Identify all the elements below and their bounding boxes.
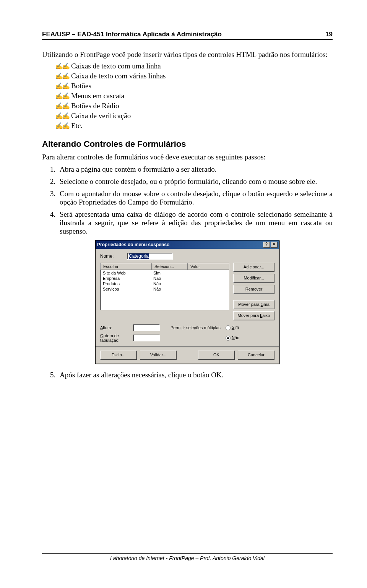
steps-list: Abra a página que contém o formulário a … — [42, 165, 333, 236]
section-heading: Alterando Controles de Formulários — [42, 139, 333, 149]
step-item: Selecione o controle desejado, ou o próp… — [57, 177, 333, 186]
taborder-label: Ordem detabulação: — [100, 333, 130, 343]
dialog-titlebar: Propriedades do menu suspenso ? × — [96, 240, 279, 249]
close-icon[interactable]: × — [271, 242, 278, 248]
step-item: Com o apontador do mouse sobre o control… — [57, 190, 333, 206]
taborder-input[interactable] — [133, 335, 160, 341]
page-footer: Laboratório de Internet - FrontPage – Pr… — [42, 553, 333, 561]
control-types-list: Caixas de texto com uma linha Caixa de t… — [42, 62, 333, 130]
list-row[interactable]: EmpresaNão — [101, 276, 229, 281]
help-icon[interactable]: ? — [263, 242, 270, 248]
properties-dialog: Propriedades do menu suspenso ? × Nome: … — [95, 240, 279, 364]
list-row[interactable]: ProdutosNão — [101, 281, 229, 286]
steps-list-cont: Após fazer as alterações necessárias, cl… — [42, 371, 333, 379]
cancel-button[interactable]: Cancelar — [238, 351, 274, 360]
list-item: Caixa de verificação — [55, 112, 333, 120]
list-header: Escolha Selecion... Valor — [101, 263, 229, 270]
list-item: Botões — [55, 82, 333, 90]
page-number: 19 — [325, 31, 333, 38]
step-item: Após fazer as alterações necessárias, cl… — [57, 371, 333, 379]
move-down-button[interactable]: Mover para baixo — [233, 311, 274, 320]
col-selecionado: Selecion... — [152, 263, 188, 270]
list-item: Menus em cascata — [55, 92, 333, 100]
height-input[interactable] — [133, 324, 160, 331]
list-item: Caixa de texto com várias linhas — [55, 72, 333, 80]
header-left: FEA/USP – EAD-451 Informática Aplicada à… — [42, 31, 222, 38]
step-item: Abra a página que contém o formulário a … — [57, 165, 333, 174]
validate-button[interactable]: Validar... — [140, 351, 177, 360]
list-item: Botões de Rádio — [55, 102, 333, 110]
radio-yes[interactable]: Sim — [226, 325, 239, 330]
dialog-title: Propriedades do menu suspenso — [97, 242, 169, 247]
list-row[interactable]: Site da WebSim — [101, 270, 229, 276]
multiple-label: Permitir seleções múltiplas: — [171, 325, 222, 330]
section-intro: Para alterar controles de formulários vo… — [42, 153, 333, 161]
move-up-button[interactable]: Mover para cima — [233, 300, 274, 309]
step-item: Será apresentada uma caixa de diálogo de… — [57, 210, 333, 236]
list-row[interactable]: ServiçosNão — [101, 286, 229, 292]
name-label: Nome: — [100, 253, 127, 259]
col-valor: Valor — [188, 263, 229, 270]
remove-button[interactable]: Remover — [233, 285, 274, 294]
add-button[interactable]: Adicionar... — [233, 263, 274, 272]
page-header: FEA/USP – EAD-451 Informática Aplicada à… — [42, 31, 333, 40]
name-input[interactable]: Categoria — [127, 253, 173, 260]
height-label: Altura: — [100, 325, 130, 330]
style-button[interactable]: Estilo... — [100, 351, 137, 360]
radio-no[interactable]: Não — [226, 335, 239, 341]
col-escolha: Escolha — [101, 263, 152, 270]
options-listbox[interactable]: Escolha Selecion... Valor Site da WebSim… — [100, 263, 229, 310]
list-item: Caixas de texto com uma linha — [55, 62, 333, 70]
list-item: Etc. — [55, 122, 333, 130]
modify-button[interactable]: Modificar... — [233, 274, 274, 283]
ok-button[interactable]: OK — [198, 351, 235, 360]
intro-paragraph: Utilizando o FrontPage você pode inserir… — [42, 50, 333, 59]
